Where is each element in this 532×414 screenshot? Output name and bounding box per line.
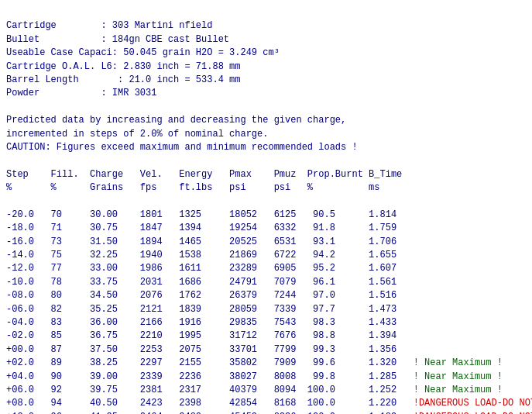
barrel-line: Barrel Length : 21.0 inch = 533.4 mm (6, 74, 240, 85)
bullet-line: Bullet : 184gn CBE cast Bullet (6, 34, 229, 45)
table-header-row: Step Fill. Charge Vel. Energy Pmax Pmuz … (6, 169, 402, 180)
table-row: -16.0 73 31.50 1894 1465 20525 6531 93.1… (6, 236, 396, 247)
table-row: -08.0 80 34.50 2076 1762 26379 7244 97.0… (6, 290, 396, 301)
table-row: -18.0 71 30.75 1847 1394 19254 6332 91.8… (6, 223, 396, 233)
table-row: -20.0 70 30.00 1801 1325 18052 6125 90.5… (6, 209, 396, 220)
main-content: Cartridge : 303 Martini nfield Bullet : … (6, 6, 526, 414)
table-row-near-max-2: +04.0 90 39.00 2339 2236 38027 8008 99.8… (6, 371, 503, 382)
table-row: -04.0 83 36.00 2166 1916 29835 7543 98.3… (6, 317, 396, 328)
table-row: -14.0 75 32.25 1940 1538 21869 6722 94.2… (6, 250, 396, 260)
table-units-row: % % Grains fps ft.lbs psi psi % ms (6, 182, 379, 193)
case-line: Useable Case Capaci: 50.045 grain H2O = … (6, 47, 280, 58)
powder-line: Powder : IMR 3031 (6, 88, 156, 98)
table-row: -12.0 77 33.00 1986 1611 23289 6905 95.2… (6, 263, 396, 274)
table-row: -10.0 78 33.75 2031 1686 24791 7079 96.1… (6, 277, 396, 288)
near-max-note-2: ! Near Maximum ! (414, 371, 503, 382)
table-row: -06.0 82 35.25 2121 1839 28059 7339 97.7… (6, 304, 396, 315)
table-row-near-max-1: +02.0 89 38.25 2297 2155 35802 7909 99.6… (6, 357, 503, 368)
table-row-dangerous-1: +08.0 94 40.50 2423 2398 42854 8168 100.… (6, 398, 532, 409)
dangerous-note-1: !DANGEROUS LOAD-DO NOT USE! (414, 398, 532, 409)
table-row-near-max-3: +06.0 92 39.75 2381 2317 40379 8094 100.… (6, 385, 503, 395)
table-row: -02.0 85 36.75 2210 1995 31712 7676 98.8… (6, 330, 396, 341)
near-max-note-3: ! Near Maximum ! (414, 385, 503, 395)
oal-line: Cartridge O.A.L. L6: 2.830 inch = 71.88 … (6, 61, 240, 72)
cartridge-line: Cartridge : 303 Martini nfield (6, 20, 212, 31)
desc-line2: incremented in steps of 2.0% of nominal … (6, 129, 268, 140)
desc-line1: Predicted data by increasing and decreas… (6, 115, 346, 126)
near-max-note: ! Near Maximum ! (414, 357, 503, 368)
caution-line: CAUTION: Figures exceed maximum and mini… (6, 142, 358, 153)
table-row: +00.0 87 37.50 2253 2075 33701 7799 99.3… (6, 344, 396, 355)
